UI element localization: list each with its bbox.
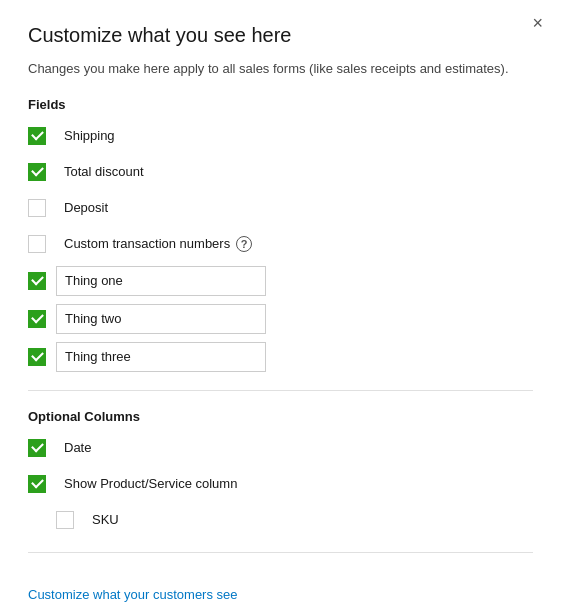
- dialog-subtitle: Changes you make here apply to all sales…: [28, 59, 533, 79]
- checkbox-date[interactable]: [28, 439, 46, 457]
- field-label-date: Date: [64, 440, 91, 455]
- checkbox-deposit[interactable]: [28, 199, 46, 217]
- input-thing-two[interactable]: [56, 304, 266, 334]
- checkbox-thing-one[interactable]: [28, 272, 46, 290]
- field-row-shipping: Shipping: [28, 122, 533, 150]
- field-row-thing-three: [28, 342, 533, 372]
- field-row-deposit: Deposit: [28, 194, 533, 222]
- input-thing-one[interactable]: [56, 266, 266, 296]
- field-row-custom-transaction: Custom transaction numbers ?: [28, 230, 533, 258]
- field-label-custom-transaction: Custom transaction numbers: [64, 236, 230, 251]
- checkbox-shipping[interactable]: [28, 127, 46, 145]
- footer-link-section: Customize what your customers see: [28, 577, 533, 603]
- close-button[interactable]: ×: [532, 14, 543, 32]
- field-row-show-product: Show Product/Service column: [28, 470, 533, 498]
- customize-dialog: × Customize what you see here Changes yo…: [0, 0, 561, 603]
- field-row-date: Date: [28, 434, 533, 462]
- dialog-title: Customize what you see here: [28, 24, 533, 47]
- field-label-shipping: Shipping: [64, 128, 115, 143]
- field-row-thing-two: [28, 304, 533, 334]
- checkbox-show-product[interactable]: [28, 475, 46, 493]
- field-row-sku: SKU: [56, 506, 533, 534]
- checkbox-total-discount[interactable]: [28, 163, 46, 181]
- checkbox-thing-three[interactable]: [28, 348, 46, 366]
- optional-columns-section: Optional Columns Date Show Product/Servi…: [28, 409, 533, 534]
- divider-1: [28, 390, 533, 391]
- fields-section: Fields Shipping Total discount Deposit: [28, 97, 533, 372]
- customize-customers-link[interactable]: Customize what your customers see: [28, 587, 238, 602]
- field-label-sku: SKU: [92, 512, 119, 527]
- checkbox-sku[interactable]: [56, 511, 74, 529]
- checkbox-thing-two[interactable]: [28, 310, 46, 328]
- field-label-deposit: Deposit: [64, 200, 108, 215]
- help-icon-custom-transaction[interactable]: ?: [236, 236, 252, 252]
- fields-section-title: Fields: [28, 97, 533, 112]
- field-label-show-product: Show Product/Service column: [64, 476, 237, 491]
- field-row-thing-one: [28, 266, 533, 296]
- input-thing-three[interactable]: [56, 342, 266, 372]
- field-row-total-discount: Total discount: [28, 158, 533, 186]
- checkbox-custom-transaction[interactable]: [28, 235, 46, 253]
- field-label-total-discount: Total discount: [64, 164, 144, 179]
- optional-section-title: Optional Columns: [28, 409, 533, 424]
- divider-2: [28, 552, 533, 553]
